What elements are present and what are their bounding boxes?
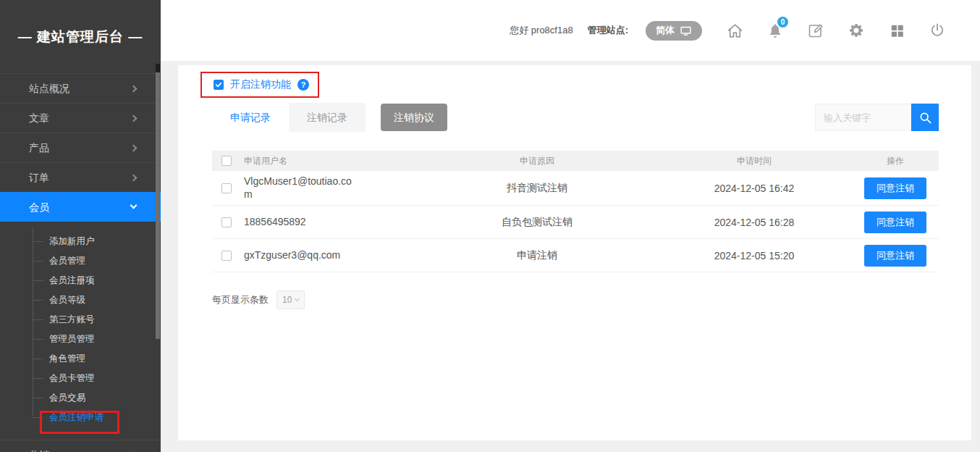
sidebar-item-label: 站点概况 <box>29 83 69 94</box>
tabs-row: 申请记录注销记录注销协议 <box>212 103 939 132</box>
sidebar-item-label: 产品 <box>29 142 49 154</box>
sidebar-submenu: 添加新用户会员管理会员注册项会员等级第三方账号管理员管理角色管理会员卡管理会员交… <box>0 222 161 435</box>
sidebar-subitem[interactable]: 会员管理 <box>0 251 161 271</box>
notifications-bell-icon[interactable]: 0 <box>766 21 785 40</box>
sidebar-item[interactable]: 文章 <box>0 103 161 133</box>
cell-time: 2024-12-05 15:20 <box>656 250 852 261</box>
table-body: VlgcMuser1@toutiao.com抖音测试注销2024-12-05 1… <box>212 171 939 272</box>
cell-reason: 申请注销 <box>418 249 656 262</box>
page-size-select[interactable]: 10 <box>276 290 305 309</box>
search-area <box>815 104 939 131</box>
sidebar-item-label: 会员 <box>29 201 49 213</box>
sidebar-item-label: 分销 <box>29 449 49 452</box>
chevron-right-icon <box>130 175 138 182</box>
edit-icon[interactable] <box>806 21 825 40</box>
header-action: 操作 <box>852 155 939 167</box>
table-row: gxTzguser3@qq.com申请注销2024-12-05 15:20同意注… <box>212 239 939 272</box>
tab-cancellation-agreement[interactable]: 注销协议 <box>381 104 447 131</box>
chevron-right-icon <box>130 85 138 93</box>
row-checkbox[interactable] <box>221 183 232 193</box>
cell-reason: 抖音测试注销 <box>418 182 656 195</box>
sidebar-item[interactable]: 会员 <box>0 192 161 222</box>
cell-time: 2024-12-05 16:42 <box>656 183 852 194</box>
page-size-label: 每页显示条数 <box>212 293 269 306</box>
home-icon[interactable] <box>725 21 744 40</box>
search-icon <box>918 110 933 125</box>
header-username: 申请用户名 <box>244 155 418 167</box>
sidebar-subitem[interactable]: 会员卡管理 <box>0 369 161 388</box>
agree-cancellation-button[interactable]: 同意注销 <box>864 212 926 233</box>
agree-cancellation-button[interactable]: 同意注销 <box>864 177 926 199</box>
table-row: 18856495892自负包测试注销2024-12-05 16:28同意注销 <box>212 206 939 239</box>
notification-badge: 0 <box>777 17 788 28</box>
cell-username: 18856495892 <box>244 212 356 233</box>
app-logo: — 建站管理后台 — <box>0 0 161 73</box>
manage-site-label: 管理站点: <box>588 24 628 37</box>
language-label: 简体 <box>656 24 675 37</box>
sidebar-subitem[interactable]: 角色管理 <box>0 349 161 369</box>
annotation-red-box-enable: 开启注销功能 ? <box>200 72 319 98</box>
sidebar-scrollbar-thumb[interactable] <box>156 72 160 339</box>
sidebar-subitem[interactable]: 会员注销申请 <box>0 408 161 427</box>
content-panel: 开启注销功能 ? 申请记录注销记录注销协议 <box>178 65 971 440</box>
applications-table: 申请用户名 申请原因 申请时间 操作 VlgcMuser1@toutiao.co… <box>212 151 939 272</box>
chevron-right-icon <box>130 115 138 122</box>
search-button[interactable] <box>911 104 939 131</box>
enable-cancellation-label: 开启注销功能 <box>230 78 291 91</box>
agree-cancellation-button[interactable]: 同意注销 <box>864 245 926 267</box>
cell-username: gxTzguser3@qq.com <box>244 245 356 267</box>
topbar: 您好 pro8cf1a8 管理站点: 简体 0 <box>161 0 980 61</box>
sidebar-item-label: 订单 <box>29 172 49 183</box>
enable-cancellation-checkbox[interactable] <box>214 80 224 90</box>
sidebar-item[interactable]: 订单 <box>0 162 161 192</box>
cell-reason: 自负包测试注销 <box>418 216 656 229</box>
sidebar-subitem[interactable]: 管理员管理 <box>0 330 161 349</box>
sidebar-scrollbar-track <box>156 64 160 72</box>
apps-grid-icon[interactable] <box>887 21 906 40</box>
main-area: 您好 pro8cf1a8 管理站点: 简体 0 <box>161 0 980 452</box>
tab-cancellation-records[interactable]: 注销记录 <box>289 103 366 132</box>
sidebar-subitem[interactable]: 会员交易 <box>0 388 161 408</box>
monitor-icon <box>680 25 692 37</box>
chevron-down-icon <box>295 296 300 301</box>
help-icon[interactable]: ? <box>297 79 309 91</box>
sidebar-item[interactable]: 产品 <box>0 133 161 162</box>
page-size-value: 10 <box>282 295 292 305</box>
sidebar-subitem[interactable]: 添加新用户 <box>0 232 161 251</box>
row-checkbox[interactable] <box>221 251 232 261</box>
enable-row: 开启注销功能 ? <box>200 72 971 98</box>
select-all-checkbox[interactable] <box>221 156 232 166</box>
user-greeting: 您好 pro8cf1a8 <box>510 24 573 37</box>
search-input[interactable] <box>815 104 911 131</box>
sidebar-menu: 站点概况文章产品订单会员 <box>0 73 161 222</box>
sidebar-item[interactable]: 站点概况 <box>0 73 161 103</box>
header-time: 申请时间 <box>656 155 852 167</box>
pagination: 每页显示条数 10 <box>212 290 939 309</box>
cell-time: 2024-12-05 16:28 <box>656 217 852 228</box>
table-header: 申请用户名 申请原因 申请时间 操作 <box>212 151 939 171</box>
header-reason: 申请原因 <box>418 155 656 167</box>
app-window: — 建站管理后台 — 站点概况文章产品订单会员 添加新用户会员管理会员注册项会员… <box>0 0 980 452</box>
sidebar: — 建站管理后台 — 站点概况文章产品订单会员 添加新用户会员管理会员注册项会员… <box>0 0 161 452</box>
chevron-down-icon <box>130 202 138 209</box>
table-row: VlgcMuser1@toutiao.com抖音测试注销2024-12-05 1… <box>212 171 939 206</box>
power-logout-icon[interactable] <box>928 21 947 40</box>
sidebar-item-label: 文章 <box>29 112 49 124</box>
sidebar-item-distribution[interactable]: 分销 <box>0 440 161 452</box>
tab-application-records[interactable]: 申请记录 <box>212 103 289 132</box>
chevron-right-icon <box>130 145 138 152</box>
topbar-icons: 0 <box>725 21 947 40</box>
sidebar-subitem[interactable]: 会员注册项 <box>0 271 161 290</box>
settings-gear-icon[interactable] <box>847 21 866 40</box>
tabs: 申请记录注销记录注销协议 <box>212 103 447 132</box>
sidebar-subitem[interactable]: 第三方账号 <box>0 310 161 330</box>
sidebar-subitem[interactable]: 会员等级 <box>0 290 161 310</box>
language-preview-button[interactable]: 简体 <box>646 21 702 41</box>
cell-username: VlgcMuser1@toutiao.com <box>244 171 356 205</box>
row-checkbox[interactable] <box>221 217 232 227</box>
